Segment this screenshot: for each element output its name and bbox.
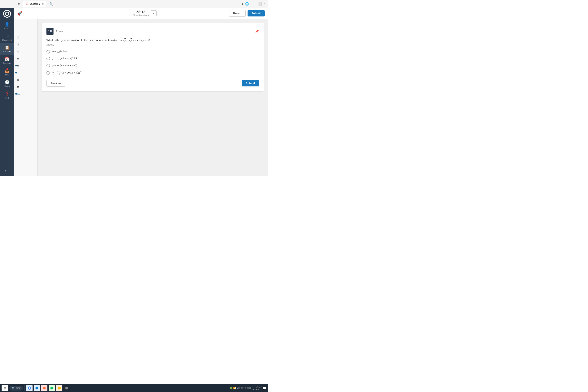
toolbar-right: Return Submit: [229, 10, 264, 17]
radio-option-2[interactable]: [46, 57, 50, 60]
radio-option-3[interactable]: [46, 64, 50, 68]
equation-inline: dy/dx = √y − √y sin x: [113, 38, 139, 42]
previous-button[interactable]: Previous: [46, 80, 65, 87]
answer-option-4[interactable]: y = ( 32 (x + cos x + C))2/3: [46, 70, 259, 75]
dashboard-icon: ⊞: [6, 34, 9, 38]
question-header-left: 10 1 point: [46, 28, 64, 35]
dot-6: [15, 65, 17, 66]
address-search-button[interactable]: 🔍: [50, 2, 53, 6]
logo-icon: [4, 10, 10, 17]
refresh-button[interactable]: ↻: [16, 1, 22, 7]
tab-close-button[interactable]: ✕: [42, 3, 44, 5]
radio-option-1[interactable]: [46, 50, 50, 54]
question-navigation-panel: → 1 2 3 4 5 6 7 8: [14, 19, 38, 176]
sidebar-item-dashboard[interactable]: ⊞ Dashboard: [0, 32, 14, 43]
question-card: 10 1 point 📌 What is the general solutio…: [42, 23, 264, 92]
question-number-badge: 10: [46, 28, 54, 35]
courses-icon: 📋: [5, 45, 10, 50]
sidebar-label-calendar: Calendar: [3, 62, 11, 64]
sidebar-label-help: Help: [5, 97, 9, 99]
maximize-button[interactable]: ⬜: [258, 2, 262, 6]
app-container: 👤 Account ⊞ Dashboard 📋 Courses 📅 Calend…: [0, 8, 268, 176]
help-icon: ❓: [5, 91, 10, 96]
question-num-8[interactable]: 8: [14, 76, 38, 83]
history-icon: 🕐: [5, 80, 10, 84]
top-toolbar: 🚀 58:13 Time Remaining ‹ Return Submit: [14, 8, 268, 19]
sidebar-collapse-button[interactable]: ⟵: [0, 167, 14, 174]
submit-button-bottom[interactable]: Submit: [242, 80, 259, 86]
minimize-button[interactable]: —: [254, 2, 257, 6]
timer-label: Time Remaining: [133, 14, 149, 16]
sidebar-label-account: Account: [4, 28, 10, 30]
sidebar-label-courses: Courses: [3, 50, 10, 53]
answer-option-1[interactable]: y = Ce2x+2cos x: [46, 50, 259, 54]
question-number-list: 1 2 3 4 5 6 7 8 9: [14, 27, 38, 98]
question-header: 10 1 point 📌: [46, 28, 259, 35]
main-content: 10 1 point 📌 What is the general solutio…: [38, 19, 268, 176]
pin-icon[interactable]: 📌: [255, 30, 259, 33]
sidebar-label-dashboard: Dashboard: [2, 39, 12, 41]
download-icon[interactable]: ⬇: [242, 2, 244, 6]
question-id: 4BC79: [46, 44, 259, 47]
sidebar-item-inbox[interactable]: 📥 Inbox: [0, 66, 14, 78]
timer-value: 58:13: [133, 10, 149, 14]
timer-collapse-button[interactable]: ‹: [151, 10, 156, 16]
question-num-2[interactable]: 2: [14, 34, 38, 41]
timer-display: 58:13 Time Remaining: [133, 10, 149, 16]
answer-text-4: y = ( 32 (x + cos x + C))2/3: [52, 70, 82, 75]
answer-option-2[interactable]: y = 14 (x + cos x)2 + C: [46, 56, 259, 61]
sidebar-label-history: History: [4, 85, 10, 88]
rocket-icon[interactable]: 🚀: [17, 11, 22, 16]
sidebar-item-account[interactable]: 👤 Account: [0, 20, 14, 32]
question-num-10[interactable]: 10: [14, 90, 38, 98]
inbox-icon: 📥: [5, 68, 10, 73]
dot-7: [15, 72, 17, 74]
condition-inline: y > 0: [143, 38, 149, 42]
question-num-6[interactable]: 6: [14, 62, 38, 69]
question-num-1[interactable]: 1: [14, 27, 38, 34]
submit-button-top[interactable]: Submit: [248, 10, 264, 16]
question-num-4[interactable]: 4: [14, 48, 38, 55]
sidebar-label-inbox: Inbox: [5, 74, 10, 76]
arrow-right-icon: →: [16, 22, 19, 25]
globe-icon[interactable]: 🌐: [245, 2, 249, 6]
tab-title: Quizzes 2: [30, 2, 40, 5]
question-num-9[interactable]: 9: [14, 83, 38, 90]
calendar-icon: 📅: [5, 57, 10, 61]
collapse-icon: ⟵: [5, 169, 10, 172]
question-points: 1 point: [56, 30, 64, 33]
return-button[interactable]: Return: [229, 10, 246, 17]
browser-tab[interactable]: Quizzes 2 ✕: [23, 1, 46, 7]
sidebar-item-help[interactable]: ❓ Help: [0, 90, 14, 101]
answer-text-2: y = 14 (x + cos x)2 + C: [52, 56, 78, 61]
answer-text-3: y = 14 (x + cos x + C)2: [52, 63, 78, 68]
dot-10: [15, 93, 17, 95]
forward-button[interactable]: →: [9, 1, 14, 7]
sidebar-item-courses[interactable]: 📋 Courses: [0, 43, 14, 55]
back-button[interactable]: ←: [2, 1, 8, 7]
close-button[interactable]: ✕: [263, 2, 266, 6]
browser-right-icons: ⬇ 🌐 ⋯ — ⬜ ✕: [242, 2, 266, 6]
question-num-7[interactable]: 7: [14, 69, 38, 76]
answer-options: y = Ce2x+2cos x y = 14 (x + cos x)2 + C: [46, 50, 259, 75]
tab-favicon: [26, 2, 28, 5]
sidebar-item-calendar[interactable]: 📅 Calendar: [0, 55, 14, 66]
account-icon: 👤: [5, 22, 10, 27]
browser-chrome: ← → ↻ Quizzes 2 ✕ 🔍 ⬇ 🌐 ⋯ — ⬜ ✕: [0, 0, 268, 8]
question-text: What is the general solution to the diff…: [46, 38, 259, 42]
answer-option-3[interactable]: y = 14 (x + cos x + C)2: [46, 63, 259, 68]
question-num-5[interactable]: 5: [14, 55, 38, 62]
sidebar-item-history[interactable]: 🕐 History: [0, 78, 14, 90]
radio-option-4[interactable]: [46, 71, 50, 75]
svg-point-0: [26, 3, 28, 5]
card-footer: Previous Submit: [46, 80, 259, 87]
menu-icon[interactable]: ⋯: [250, 2, 253, 6]
nav-toggle[interactable]: →: [14, 21, 38, 27]
answer-text-1: y = Ce2x+2cos x: [52, 50, 67, 54]
question-num-3[interactable]: 3: [14, 41, 38, 48]
app-logo[interactable]: [3, 10, 11, 18]
sidebar: 👤 Account ⊞ Dashboard 📋 Courses 📅 Calend…: [0, 8, 14, 176]
fraction-1: 14: [57, 56, 59, 61]
fraction-2: 14: [57, 63, 59, 68]
fraction-3: 32: [58, 70, 60, 75]
